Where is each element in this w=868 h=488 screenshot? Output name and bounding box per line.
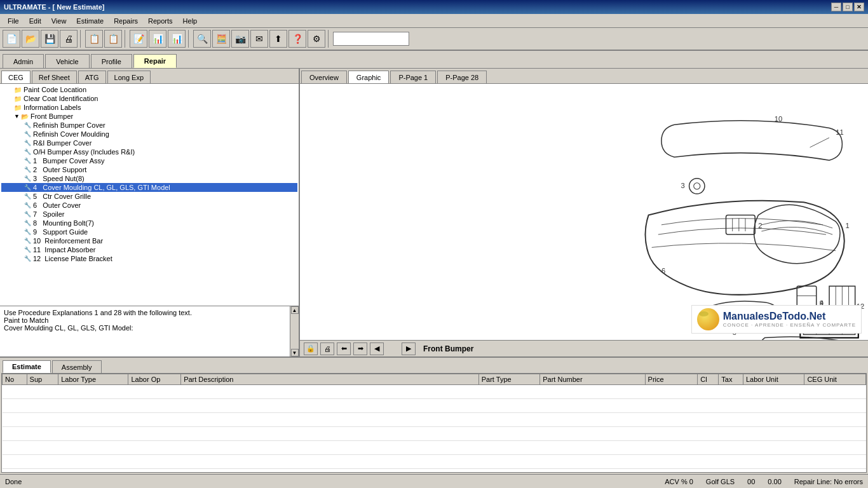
tree-reinforcement-bar[interactable]: 🔧 10 Reinforcement Bar bbox=[1, 236, 297, 245]
menu-edit[interactable]: Edit bbox=[24, 16, 46, 26]
wrench-icon: 🔧 bbox=[24, 247, 31, 253]
scroll-up-btn[interactable]: ▲ bbox=[291, 306, 299, 314]
tree-front-bumper[interactable]: ▼ 📂 Front Bumper bbox=[1, 112, 297, 121]
toolbar-calc[interactable]: 🧮 bbox=[212, 30, 230, 48]
table-row[interactable] bbox=[3, 385, 866, 399]
tab-repair[interactable]: Repair bbox=[133, 54, 177, 68]
tree-oh-bumper[interactable]: 🔧 O/H Bumper Assy (Includes R&I) bbox=[1, 147, 297, 156]
subtab-atg[interactable]: ATG bbox=[78, 71, 106, 83]
table-row[interactable] bbox=[3, 399, 866, 413]
menubar: File Edit View Estimate Repairs Reports … bbox=[0, 14, 868, 28]
toolbar-btn6[interactable]: 📋 bbox=[104, 30, 122, 48]
main-tabbar: Admin Vehicle Profile Repair bbox=[0, 51, 868, 69]
graphic-next-btn[interactable]: ➡ bbox=[353, 342, 367, 355]
table-row[interactable] bbox=[3, 455, 866, 469]
estimate-table: No Sup Labor Type Labor Op Part Descript… bbox=[2, 374, 866, 469]
graphic-tab-ppage1[interactable]: P-Page 1 bbox=[390, 71, 436, 83]
info-line1: Use Procedure Explanations 1 and 28 with… bbox=[4, 309, 285, 316]
info-scrollbar: ▲ ▼ bbox=[290, 306, 299, 356]
minimize-btn[interactable]: ─ bbox=[831, 3, 841, 11]
menu-view[interactable]: View bbox=[46, 16, 72, 26]
label-11: 11 bbox=[836, 128, 843, 136]
toolbar-camera[interactable]: 📷 bbox=[231, 30, 249, 48]
tree-label: 5 Ctr Cover Grille bbox=[33, 193, 91, 200]
tree-license-bracket[interactable]: 🔧 12 License Plate Bracket bbox=[1, 254, 297, 263]
tree-label: 10 Reinforcement Bar bbox=[33, 237, 103, 245]
scroll-down-btn[interactable]: ▼ bbox=[291, 349, 299, 356]
col-cl: Cl bbox=[698, 374, 719, 385]
subtab-ceg[interactable]: CEG bbox=[1, 71, 31, 83]
tab-vehicle[interactable]: Vehicle bbox=[45, 54, 89, 68]
menu-reports[interactable]: Reports bbox=[143, 16, 178, 26]
graphic-tab-overview[interactable]: Overview bbox=[301, 71, 347, 83]
search-input[interactable] bbox=[333, 32, 409, 46]
graphic-tab-graphic[interactable]: Graphic bbox=[348, 71, 390, 83]
toolbar-new[interactable]: 📄 bbox=[3, 30, 20, 48]
wrench-icon: 🔧 bbox=[24, 211, 31, 217]
tree-paint-code[interactable]: 📁 Paint Code Location bbox=[1, 85, 297, 94]
subtab-refsheet[interactable]: Ref Sheet bbox=[32, 71, 77, 83]
graphic-lock-btn[interactable]: 🔒 bbox=[304, 342, 318, 355]
toolbar-print[interactable]: 🖨 bbox=[60, 30, 78, 48]
toolbar-upload[interactable]: ⬆ bbox=[269, 30, 287, 48]
col-sup: Sup bbox=[27, 374, 58, 385]
toolbar-search-btn[interactable]: 🔍 bbox=[193, 30, 211, 48]
toolbar-sep2 bbox=[125, 30, 127, 48]
tree-outer-cover[interactable]: 🔧 6 Outer Cover bbox=[1, 201, 297, 210]
toolbar-btn7[interactable]: 📝 bbox=[130, 30, 147, 48]
tree-ctr-grille[interactable]: 🔧 5 Ctr Cover Grille bbox=[1, 192, 297, 201]
wrench-icon: 🔧 bbox=[24, 149, 31, 155]
tree-ri-bumper[interactable]: 🔧 R&I Bumper Cover bbox=[1, 139, 297, 147]
menu-repairs[interactable]: Repairs bbox=[109, 16, 143, 26]
tree-support-guide[interactable]: 🔧 9 Support Guide bbox=[1, 227, 297, 236]
tree-label: Paint Code Location bbox=[24, 86, 86, 93]
toolbar-help[interactable]: ❓ bbox=[288, 30, 306, 48]
menu-help[interactable]: Help bbox=[178, 16, 203, 26]
toolbar-save[interactable]: 💾 bbox=[41, 30, 58, 48]
tree-label: 1 Bumper Cover Assy bbox=[33, 157, 105, 165]
tree-bumper-cover-assy[interactable]: 🔧 1 Bumper Cover Assy bbox=[1, 156, 297, 165]
toolbar-btn8[interactable]: 📊 bbox=[149, 30, 166, 48]
graphic-tab-ppage28[interactable]: P-Page 28 bbox=[437, 71, 487, 83]
tree-info-labels[interactable]: 📁 Information Labels bbox=[1, 103, 297, 112]
graphic-prev-btn[interactable]: ⬅ bbox=[337, 342, 351, 355]
tab-profile[interactable]: Profile bbox=[91, 54, 132, 68]
graphic-print-btn[interactable]: 🖨 bbox=[320, 342, 334, 355]
tree-mounting-bolt[interactable]: 🔧 8 Mounting Bolt(7) bbox=[1, 219, 297, 227]
tree-label: Refinish Bumper Cover bbox=[33, 121, 105, 129]
toolbar-btn5[interactable]: 📋 bbox=[85, 30, 103, 48]
tree-impact-absorber[interactable]: 🔧 11 Impact Absorber bbox=[1, 245, 297, 254]
tree-outer-support[interactable]: 🔧 2 Outer Support bbox=[1, 165, 297, 174]
tree-spoiler[interactable]: 🔧 7 Spoiler bbox=[1, 210, 297, 219]
subtab-longexp[interactable]: Long Exp bbox=[107, 71, 151, 83]
close-btn[interactable]: ✕ bbox=[854, 3, 864, 11]
tree-label: 2 Outer Support bbox=[33, 166, 86, 173]
toolbar-settings[interactable]: ⚙ bbox=[308, 30, 325, 48]
table-row[interactable] bbox=[3, 427, 866, 441]
toolbar-btn9[interactable]: 📊 bbox=[168, 30, 186, 48]
table-row[interactable] bbox=[3, 441, 866, 455]
tree-cover-moulding[interactable]: 🔧 4 Cover Moulding CL, GL, GLS, GTI Mode… bbox=[1, 183, 297, 192]
maximize-btn[interactable]: □ bbox=[843, 3, 853, 11]
bottom-tab-estimate[interactable]: Estimate bbox=[3, 360, 51, 373]
sub-tabs: CEG Ref Sheet ATG Long Exp bbox=[0, 69, 299, 84]
tree-area[interactable]: 📁 Paint Code Location 📁 Clear Coat Ident… bbox=[0, 84, 299, 306]
toolbar-sep4 bbox=[328, 30, 330, 48]
bottom-tab-assembly[interactable]: Assembly bbox=[52, 360, 102, 373]
menu-file[interactable]: File bbox=[3, 16, 24, 26]
graphic-fwd-btn[interactable]: ▶ bbox=[402, 342, 416, 355]
tab-admin[interactable]: Admin bbox=[3, 54, 44, 68]
status-amount: 0.00 bbox=[768, 478, 781, 485]
status-code: 00 bbox=[747, 478, 755, 485]
menu-estimate[interactable]: Estimate bbox=[71, 16, 109, 26]
col-parttype: Part Type bbox=[478, 374, 539, 385]
graphic-nav-btn[interactable]: ◀ bbox=[370, 342, 384, 355]
info-text: Use Procedure Explanations 1 and 28 with… bbox=[4, 309, 295, 332]
tree-refinish-moulding[interactable]: 🔧 Refinish Cover Moulding bbox=[1, 130, 297, 139]
table-row[interactable] bbox=[3, 413, 866, 427]
tree-refinish-bumper[interactable]: 🔧 Refinish Bumper Cover bbox=[1, 121, 297, 130]
tree-speed-nut[interactable]: 🔧 3 Speed Nut(8) bbox=[1, 174, 297, 183]
toolbar-email[interactable]: ✉ bbox=[250, 30, 268, 48]
toolbar-open[interactable]: 📂 bbox=[22, 30, 39, 48]
tree-clearcoat[interactable]: 📁 Clear Coat Identification bbox=[1, 94, 297, 103]
